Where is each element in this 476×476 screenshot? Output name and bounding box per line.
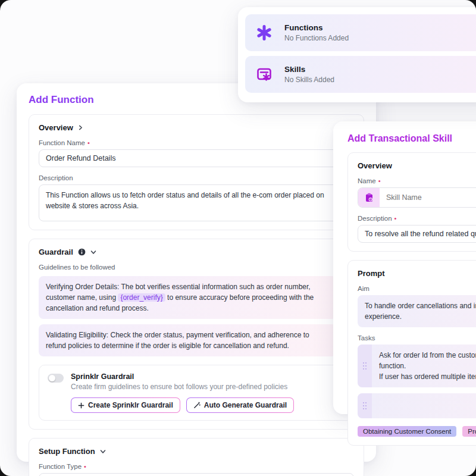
chevron-down-icon xyxy=(100,449,106,455)
drag-handle-icon[interactable] xyxy=(358,345,372,387)
plus-icon xyxy=(78,402,84,409)
chip-obtaining-customer-consent[interactable]: Obtaining Customer Consent xyxy=(358,426,456,437)
guidelines-label: Guidelines to be followed xyxy=(39,264,354,271)
skills-row-subtitle: No Skills Added xyxy=(284,76,334,84)
sprinklr-guardrail-toggle[interactable] xyxy=(48,374,64,383)
skill-overview-section: Overview Name Description xyxy=(347,152,476,252)
function-name-input[interactable] xyxy=(39,149,354,167)
functions-row-subtitle: No Functions Added xyxy=(284,34,349,42)
task-item-empty[interactable] xyxy=(358,393,476,418)
sprinklr-guardrail-content: Sprinklr Guardrail Create firm guideline… xyxy=(71,372,294,413)
prompt-header: Prompt xyxy=(358,269,476,278)
drag-handle-icon[interactable] xyxy=(358,393,372,418)
prompt-chips-row: Obtaining Customer Consent Providing C xyxy=(358,426,476,437)
aim-box[interactable]: To handle order cancellations and initia… xyxy=(358,295,476,327)
function-name-label: Function Name xyxy=(39,139,354,146)
skill-description-input[interactable] xyxy=(358,225,476,243)
functions-row[interactable]: Functions No Functions Added xyxy=(245,14,476,51)
skill-name-input[interactable] xyxy=(380,188,476,207)
add-function-panel: Add Function Overview Function Name Desc… xyxy=(17,83,376,462)
skill-name-label: Name xyxy=(358,177,476,184)
aim-label: Aim xyxy=(358,285,476,292)
guideline-row: Validating Eligibility: Check the order … xyxy=(39,324,354,356)
function-type-select[interactable]: Select Function Type xyxy=(39,473,354,476)
functions-row-texts: Functions No Functions Added xyxy=(284,23,349,42)
guardrail-header[interactable]: Guardrail xyxy=(39,248,354,256)
skill-name-field xyxy=(358,187,476,208)
create-sprinklr-guardrail-button[interactable]: Create Sprinklr Guardrail xyxy=(71,397,180,413)
add-skill-title: Add Transactional Skill xyxy=(347,133,476,144)
function-overview-header[interactable]: Overview xyxy=(39,123,354,132)
setup-function-header[interactable]: Setup Function xyxy=(39,447,354,456)
setup-function-heading: Setup Function xyxy=(39,447,95,456)
skills-row-title: Skills xyxy=(284,65,334,74)
sprinklr-guardrail-description: Create firm guidelines to ensure bot fol… xyxy=(71,383,294,391)
chevron-right-icon xyxy=(78,125,83,130)
info-icon xyxy=(78,248,86,256)
sprinklr-buttons-row: Create Sprinklr Guardrail Auto Generate … xyxy=(71,397,294,413)
function-description-textarea[interactable]: This Function allows us to fetch order s… xyxy=(39,184,354,221)
add-transactional-skill-panel: Add Transactional Skill Overview Name De… xyxy=(333,121,476,414)
sprinklr-guardrail-box: Sprinklr Guardrail Create firm guideline… xyxy=(39,365,354,421)
toggle-knob xyxy=(49,375,55,381)
create-sprinklr-guardrail-label: Create Sprinklr Guardrail xyxy=(88,401,173,409)
skills-row-texts: Skills No Skills Added xyxy=(284,65,334,84)
skills-row[interactable]: Skills No Skills Added xyxy=(245,56,476,93)
setup-function-section: Setup Function Function Type Select Func… xyxy=(29,438,364,476)
prompt-heading: Prompt xyxy=(358,269,385,278)
guideline-item[interactable]: Validating Eligibility: Check the order … xyxy=(39,324,336,356)
task-item[interactable]: Ask for order Id from the customer whi f… xyxy=(358,345,476,387)
bot-components-card: Functions No Functions Added Skills No S… xyxy=(238,7,476,102)
function-description-label: Description xyxy=(39,174,354,181)
chip-providing[interactable]: Providing C xyxy=(462,426,476,437)
guideline-token: {order_verify} xyxy=(118,293,165,302)
auto-generate-guardrail-button[interactable]: Auto Generate Guardrail xyxy=(186,397,294,413)
guideline-text: Validating Eligibility: Check the order … xyxy=(46,331,309,350)
function-overview-section: Overview Function Name Description This … xyxy=(29,114,364,230)
functions-row-title: Functions xyxy=(284,23,349,32)
skill-overview-heading: Overview xyxy=(358,161,392,170)
task-text: Ask for order Id from the customer whi f… xyxy=(372,345,476,387)
asterisk-icon xyxy=(255,23,274,42)
prompt-section: Prompt Aim To handle order cancellations… xyxy=(347,260,476,446)
guideline-row: Verifying Order Details: The bot verifie… xyxy=(39,276,354,319)
clipboard-icon xyxy=(358,188,380,207)
app-page: Add Function Overview Function Name Desc… xyxy=(0,0,476,476)
skill-overview-header: Overview xyxy=(358,161,476,170)
guardrail-heading: Guardrail xyxy=(39,248,73,256)
skills-icon xyxy=(255,65,274,84)
tasks-label: Tasks xyxy=(358,334,476,342)
function-type-label: Function Type xyxy=(39,463,354,470)
guideline-item[interactable]: Verifying Order Details: The bot verifie… xyxy=(39,276,336,319)
chevron-down-icon xyxy=(90,249,96,255)
magic-wand-icon xyxy=(193,402,201,409)
sprinklr-guardrail-title: Sprinklr Guardrail xyxy=(71,372,294,381)
auto-generate-guardrail-label: Auto Generate Guardrail xyxy=(204,401,287,409)
overview-heading: Overview xyxy=(39,123,73,132)
skill-description-label: Description xyxy=(358,215,476,222)
guardrail-section: Guardrail Guidelines to be followed Veri… xyxy=(29,239,364,430)
